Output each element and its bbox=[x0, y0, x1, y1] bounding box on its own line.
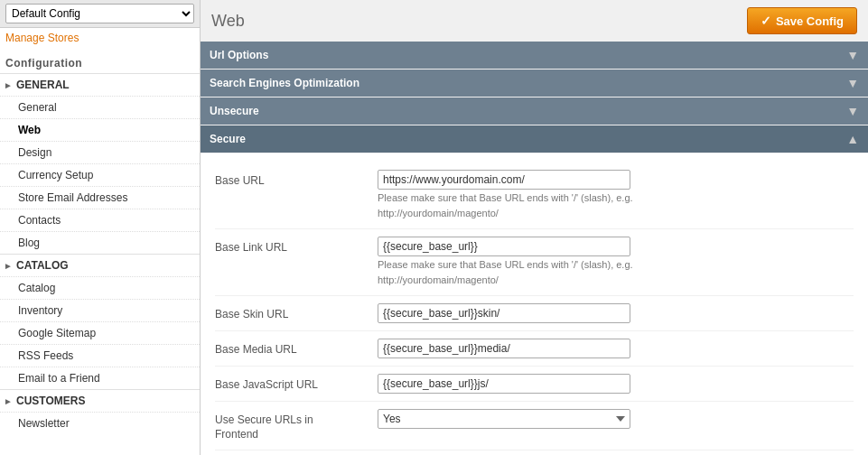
base-skin-url-input[interactable] bbox=[378, 303, 630, 323]
accordion-url-options[interactable]: Url Options ▼ bbox=[201, 42, 868, 69]
secure-content: Base URL Please make sure that Base URL … bbox=[201, 153, 868, 455]
catalog-arrow-icon: ► bbox=[4, 261, 13, 271]
base-link-url-hint2: http://yourdomain/magento/ bbox=[378, 274, 854, 287]
accordion-seo[interactable]: Search Engines Optimization ▼ bbox=[201, 70, 868, 97]
base-link-url-input[interactable] bbox=[378, 237, 630, 256]
configuration-label: Configuration bbox=[0, 50, 200, 73]
accordion-secure-label: Secure bbox=[210, 133, 246, 145]
base-media-url-row: Base Media URL bbox=[215, 331, 854, 367]
use-secure-frontend-select[interactable]: Yes No bbox=[378, 409, 630, 429]
base-js-url-control bbox=[378, 374, 854, 394]
accordion-unsecure-label: Unsecure bbox=[210, 105, 259, 117]
base-url-hint1: Please make sure that Base URL ends with… bbox=[378, 191, 854, 205]
sidebar-item-currency-setup[interactable]: Currency Setup bbox=[0, 163, 200, 186]
manage-stores-link[interactable]: Manage Stores bbox=[0, 28, 200, 50]
sidebar-group-customers[interactable]: ► CUSTOMERS bbox=[0, 389, 200, 412]
sidebar-item-email-to-a-friend[interactable]: Email to a Friend bbox=[0, 367, 200, 389]
base-url-label: Base URL bbox=[215, 170, 378, 189]
customers-arrow-icon: ► bbox=[4, 396, 13, 406]
base-link-url-control: Please make sure that Base URL ends with… bbox=[378, 237, 854, 288]
use-secure-admin-row: Use Secure URLs inAdmin Yes No bbox=[215, 450, 854, 455]
general-arrow-icon: ► bbox=[4, 80, 13, 90]
base-js-url-label: Base JavaScript URL bbox=[215, 374, 378, 393]
sidebar-item-newsletter[interactable]: Newsletter bbox=[0, 412, 200, 434]
base-url-row: Base URL Please make sure that Base URL … bbox=[215, 162, 854, 229]
base-url-control: Please make sure that Base URL ends with… bbox=[378, 170, 854, 221]
use-secure-frontend-control: Yes No bbox=[378, 409, 854, 429]
sidebar-group-general-label: GENERAL bbox=[16, 79, 70, 91]
accordion-seo-chevron: ▼ bbox=[846, 76, 859, 90]
sidebar-group-catalog[interactable]: ► CATALOG bbox=[0, 254, 200, 276]
save-config-label: Save Config bbox=[776, 14, 844, 28]
accordion-unsecure[interactable]: Unsecure ▼ bbox=[201, 98, 868, 125]
base-link-url-row: Base Link URL Please make sure that Base… bbox=[215, 229, 854, 296]
config-scope-dropdown[interactable]: Default Config bbox=[5, 4, 194, 23]
sidebar: Default Config Manage Stores Configurati… bbox=[0, 0, 201, 455]
sidebar-item-google-sitemap[interactable]: Google Sitemap bbox=[0, 321, 200, 344]
base-js-url-row: Base JavaScript URL bbox=[215, 367, 854, 402]
sidebar-item-catalog[interactable]: Catalog bbox=[0, 276, 200, 299]
base-skin-url-label: Base Skin URL bbox=[215, 303, 378, 322]
sidebar-group-customers-label: CUSTOMERS bbox=[16, 395, 85, 407]
base-skin-url-row: Base Skin URL bbox=[215, 296, 854, 331]
accordion-secure-chevron: ▲ bbox=[846, 132, 859, 146]
use-secure-frontend-label: Use Secure URLs inFrontend bbox=[215, 409, 378, 443]
accordion-seo-label: Search Engines Optimization bbox=[210, 77, 359, 89]
base-media-url-label: Base Media URL bbox=[215, 339, 378, 358]
sidebar-item-contacts[interactable]: Contacts bbox=[0, 209, 200, 231]
sidebar-group-catalog-label: CATALOG bbox=[16, 259, 69, 272]
accordion-url-options-chevron: ▼ bbox=[846, 48, 859, 62]
base-media-url-control bbox=[378, 339, 854, 358]
base-url-input[interactable] bbox=[378, 170, 630, 190]
main-content: Web ✓ Save Config Url Options ▼ Search E… bbox=[201, 0, 868, 455]
main-header: Web ✓ Save Config bbox=[201, 0, 868, 42]
base-skin-url-control bbox=[378, 303, 854, 323]
save-config-button[interactable]: ✓ Save Config bbox=[747, 7, 857, 34]
save-icon: ✓ bbox=[761, 14, 771, 28]
base-url-hint2: http://yourdomain/magento/ bbox=[378, 207, 854, 220]
sidebar-item-design[interactable]: Design bbox=[0, 141, 200, 163]
page-title: Web bbox=[211, 12, 245, 31]
use-secure-frontend-row: Use Secure URLs inFrontend Yes No bbox=[215, 402, 854, 451]
sidebar-item-blog[interactable]: Blog bbox=[0, 231, 200, 254]
base-link-url-hint1: Please make sure that Base URL ends with… bbox=[378, 258, 854, 272]
sidebar-item-rss-feeds[interactable]: RSS Feeds bbox=[0, 344, 200, 367]
sidebar-item-inventory[interactable]: Inventory bbox=[0, 299, 200, 321]
sidebar-top: Default Config bbox=[0, 0, 200, 28]
sidebar-item-store-email-addresses[interactable]: Store Email Addresses bbox=[0, 186, 200, 209]
base-link-url-label: Base Link URL bbox=[215, 237, 378, 255]
sidebar-item-web[interactable]: Web bbox=[0, 118, 200, 141]
accordion-secure[interactable]: Secure ▲ bbox=[201, 125, 868, 153]
base-media-url-input[interactable] bbox=[378, 339, 630, 358]
sidebar-group-general[interactable]: ► GENERAL bbox=[0, 73, 200, 96]
sidebar-item-general[interactable]: General bbox=[0, 96, 200, 118]
accordion-url-options-label: Url Options bbox=[210, 49, 268, 61]
accordion-unsecure-chevron: ▼ bbox=[846, 104, 859, 118]
base-js-url-input[interactable] bbox=[378, 374, 630, 394]
